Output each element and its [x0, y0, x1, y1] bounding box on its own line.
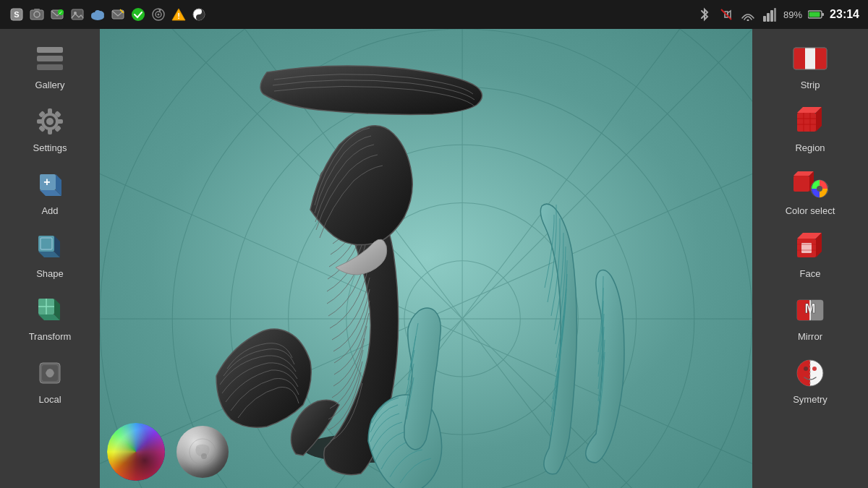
sidebar-item-shape[interactable]: Shape — [7, 223, 93, 285]
svg-rect-33 — [809, 12, 820, 17]
svg-rect-41 — [37, 119, 43, 124]
strip-icon — [792, 40, 828, 77]
material-sphere-icon — [188, 437, 217, 466]
svg-point-102 — [817, 186, 822, 192]
status-icons-left: S ✓ — [9, 7, 207, 22]
battery-icon — [808, 7, 824, 22]
gallery-icon — [32, 40, 68, 77]
color-select-label: Color select — [786, 205, 835, 216]
shape-label: Shape — [36, 268, 64, 279]
status-time: 23:14 — [830, 8, 859, 21]
right-sidebar-item-strip[interactable]: Strip — [760, 35, 861, 96]
status-icon-check — [130, 7, 146, 22]
svg-rect-34 — [37, 47, 63, 53]
svg-rect-87 — [792, 46, 805, 71]
status-icon-camera — [29, 7, 45, 22]
bluetooth-icon — [697, 7, 712, 22]
settings-icon — [32, 103, 68, 140]
region-icon — [792, 103, 828, 140]
svg-rect-4 — [34, 9, 40, 11]
strip-label: Strip — [801, 80, 820, 90]
svg-rect-91 — [797, 113, 816, 132]
svg-rect-88 — [805, 46, 815, 71]
mirror-label: Mirror — [798, 331, 822, 342]
svg-point-83 — [204, 446, 207, 449]
svg-point-13 — [95, 10, 101, 16]
status-icon-target — [150, 7, 166, 22]
region-label: Region — [795, 142, 825, 153]
color-select-icon — [792, 166, 828, 202]
status-icon-s: S — [9, 7, 25, 22]
local-label: Local — [38, 394, 61, 405]
right-sidebar-item-mirror[interactable]: M Mirror — [760, 286, 861, 348]
left-sidebar: Gallery Settings — [0, 29, 100, 488]
svg-point-24 — [198, 17, 200, 19]
settings-label: Settings — [33, 142, 67, 153]
svg-point-84 — [201, 453, 207, 459]
svg-rect-35 — [37, 56, 63, 61]
color-sphere[interactable] — [107, 423, 165, 481]
svg-rect-27 — [763, 16, 766, 22]
mirror-icon: M — [792, 292, 828, 328]
right-sidebar: Strip Region — [752, 29, 868, 488]
sidebar-item-local[interactable]: Local — [7, 349, 93, 411]
svg-point-116 — [812, 367, 817, 371]
status-icon-cloud — [90, 7, 106, 22]
battery-percent: 89% — [783, 9, 802, 20]
status-icon-yin-yang — [191, 7, 207, 22]
svg-rect-89 — [815, 46, 828, 71]
sidebar-item-gallery[interactable]: Gallery — [7, 35, 93, 96]
shape-icon — [32, 229, 68, 265]
status-icon-mail: ✓ — [49, 7, 65, 22]
svg-text:✓: ✓ — [59, 10, 63, 15]
transform-label: Transform — [29, 331, 72, 342]
status-icon-image — [69, 7, 85, 22]
svg-point-115 — [804, 367, 808, 371]
svg-rect-36 — [37, 64, 63, 70]
local-icon — [32, 355, 68, 391]
status-icon-mail2 — [110, 7, 126, 22]
sidebar-item-transform[interactable]: Transform — [7, 286, 93, 348]
svg-rect-30 — [774, 8, 776, 22]
right-sidebar-item-region[interactable]: Region — [760, 98, 861, 159]
signal-icon — [740, 7, 756, 22]
svg-text:S: S — [14, 10, 19, 19]
svg-point-16 — [132, 8, 145, 21]
svg-point-19 — [158, 14, 160, 16]
svg-point-82 — [196, 447, 200, 451]
right-sidebar-item-face[interactable]: Face — [760, 223, 861, 285]
status-icons-right: 89% 23:14 — [697, 7, 859, 22]
add-icon: + — [32, 166, 68, 202]
face-label: Face — [800, 268, 821, 279]
svg-point-26 — [747, 20, 749, 22]
right-sidebar-item-symetry[interactable]: Symetry — [760, 349, 861, 411]
sidebar-item-settings[interactable]: Settings — [7, 98, 93, 159]
svg-rect-29 — [770, 10, 773, 22]
symetry-label: Symetry — [793, 394, 827, 405]
bottom-tools — [107, 423, 229, 481]
svg-text:+: + — [43, 176, 50, 188]
3d-model — [100, 29, 752, 488]
svg-rect-98 — [793, 176, 809, 192]
status-bar: S ✓ — [0, 0, 868, 29]
material-sphere[interactable] — [176, 426, 229, 478]
svg-rect-40 — [48, 129, 52, 134]
svg-rect-28 — [767, 13, 770, 22]
gallery-label: Gallery — [35, 80, 64, 90]
svg-point-38 — [46, 118, 54, 125]
svg-rect-42 — [57, 119, 63, 124]
sidebar-item-add[interactable]: + Add — [7, 160, 93, 222]
main-content: Gallery Settings — [0, 29, 868, 488]
mute-icon — [718, 7, 734, 22]
transform-icon — [32, 292, 68, 328]
svg-rect-8 — [72, 9, 83, 20]
svg-rect-39 — [48, 108, 52, 114]
svg-point-23 — [198, 11, 200, 13]
viewport[interactable] — [100, 29, 752, 488]
status-icon-warning: ! — [171, 7, 187, 22]
network-icon — [762, 7, 778, 22]
svg-text:!: ! — [177, 12, 180, 20]
add-label: Add — [41, 205, 58, 216]
right-sidebar-item-color-select[interactable]: Color select — [760, 160, 861, 222]
symetry-icon — [792, 355, 828, 391]
